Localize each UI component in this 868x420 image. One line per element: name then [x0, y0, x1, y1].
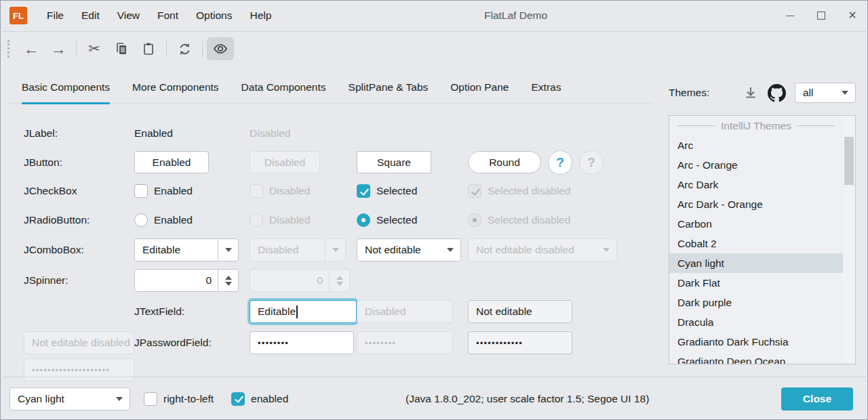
radio-checked-icon [357, 213, 370, 227]
paste-button[interactable] [135, 37, 162, 60]
right-to-left-checkbox[interactable]: right-to-left [144, 392, 214, 406]
tab-more-components[interactable]: More Components [132, 81, 219, 104]
row-label-jcombobox: JComboBox: [24, 244, 134, 256]
jbutton-enabled[interactable]: Enabled [134, 151, 209, 173]
passwordfield-enabled[interactable]: •••••••• [250, 331, 354, 354]
theme-item-gradianto-dark-fuchsia[interactable]: Gradianto Dark Fuchsia [669, 332, 843, 352]
theme-item-cobalt-2[interactable]: Cobalt 2 [669, 234, 843, 253]
themes-group-header: IntelliJ Themes [669, 116, 843, 135]
spinner-down-icon [336, 282, 343, 286]
back-button[interactable]: ← [18, 37, 45, 60]
forward-button[interactable]: → [45, 37, 72, 60]
java-runtime-info: (Java 1.8.0_202; user scale factor 1.5; … [406, 393, 649, 405]
maximize-icon [817, 12, 825, 20]
cut-icon: ✂ [88, 41, 100, 57]
show-hidden-toggle-button[interactable] [207, 37, 234, 60]
theme-item-carbon[interactable]: Carbon [669, 214, 843, 234]
menu-options[interactable]: Options [187, 6, 241, 25]
menu-font[interactable]: Font [149, 6, 187, 25]
enabled-checkbox[interactable]: enabled [231, 392, 288, 406]
radio-disabled: Disabled [250, 213, 357, 227]
chevron-down-icon [225, 248, 232, 252]
chevron-down-icon [332, 248, 339, 252]
radio-checked-icon [468, 213, 481, 227]
menu-help[interactable]: Help [241, 6, 280, 25]
forward-icon: → [51, 41, 66, 57]
themes-scrollbar-thumb[interactable] [844, 137, 854, 185]
menu-file[interactable]: File [38, 6, 73, 25]
theme-item-dark-flat[interactable]: Dark Flat [669, 273, 843, 293]
passwordfield-not-editable[interactable]: •••••••••••• [468, 331, 572, 354]
textfield-editable[interactable]: Editable [250, 300, 357, 323]
row-label-jbutton: JButton: [24, 156, 134, 169]
checkbox-icon [134, 184, 148, 198]
theme-item-arc-orange[interactable]: Arc - Orange [669, 155, 843, 175]
checkbox-checked-icon [231, 392, 245, 406]
textfield-not-editable[interactable]: Not editable [468, 300, 572, 323]
main-content: Basic Components More Components Data Co… [0, 65, 868, 377]
help-button[interactable]: ? [548, 150, 572, 175]
refresh-button[interactable] [171, 37, 198, 60]
download-icon [743, 85, 758, 100]
maximize-button[interactable] [806, 0, 837, 31]
themes-scrollbar-track[interactable] [843, 116, 855, 364]
combo-arrow-button[interactable] [218, 239, 238, 261]
spinner-down-icon [225, 282, 232, 286]
tab-splitpane-tabs[interactable]: SplitPane & Tabs [349, 81, 429, 104]
combobox-not-editable[interactable]: Not editable [357, 238, 461, 261]
theme-item-dracula[interactable]: Dracula [669, 312, 843, 332]
checkbox-disabled: Disabled [250, 184, 357, 198]
paste-icon [142, 42, 155, 56]
jbutton-disabled: Disabled [250, 151, 320, 173]
close-app-button[interactable]: Close [781, 387, 853, 411]
spinner-buttons[interactable] [218, 270, 238, 291]
back-icon: ← [24, 41, 39, 57]
help-button-disabled: ? [579, 150, 604, 175]
checkbox-checked-icon [357, 184, 370, 198]
spinner[interactable]: 0 [134, 269, 239, 292]
radio-icon [250, 213, 263, 227]
window-title: FlatLaf Demo [484, 9, 547, 22]
cut-button[interactable]: ✂ [81, 37, 108, 60]
toolbar-drag-handle[interactable] [7, 40, 9, 58]
themes-label: Themes: [669, 87, 709, 99]
basic-components-grid: JLabel: Enabled Disabled JButton: Enable… [24, 119, 617, 381]
minimize-button[interactable] [774, 0, 806, 31]
checkbox-enabled[interactable]: Enabled [134, 184, 250, 198]
tab-option-pane[interactable]: Option Pane [450, 81, 509, 104]
row-label-jtextfield: JTextField: [134, 306, 250, 318]
tabstrip: Basic Components More Components Data Co… [9, 81, 652, 104]
text-caret [296, 306, 298, 318]
menubar: File Edit View Font Options Help [38, 6, 280, 25]
tab-data-components[interactable]: Data Components [241, 81, 326, 104]
theme-item-arc-dark-orange[interactable]: Arc Dark - Orange [669, 194, 843, 214]
menu-view[interactable]: View [108, 6, 149, 25]
close-button[interactable]: ✕ [837, 0, 868, 31]
theme-item-arc[interactable]: Arc [669, 135, 843, 155]
theme-item-cyan-light[interactable]: Cyan light [669, 253, 843, 273]
checkbox-selected[interactable]: Selected [357, 184, 468, 198]
github-link-button[interactable] [766, 83, 787, 103]
download-theme-button[interactable] [741, 83, 761, 103]
theme-item-gradianto-deep-ocean[interactable]: Gradianto Deep Ocean [669, 352, 843, 364]
tab-extras[interactable]: Extras [532, 81, 561, 104]
jbutton-round[interactable]: Round [468, 151, 541, 173]
toolbar: ← → ✂ [0, 33, 868, 65]
look-and-feel-combobox[interactable]: Cyan light [9, 387, 130, 411]
menu-edit[interactable]: Edit [73, 6, 108, 25]
radio-selected[interactable]: Selected [357, 213, 468, 227]
eye-icon [213, 41, 228, 56]
copy-button[interactable] [108, 37, 135, 60]
row-label-jradiobutton: JRadioButton: [24, 214, 134, 226]
radio-enabled[interactable]: Enabled [134, 213, 250, 227]
jbutton-square[interactable]: Square [357, 151, 431, 173]
theme-item-arc-dark[interactable]: Arc Dark [669, 175, 843, 194]
tab-basic-components[interactable]: Basic Components [22, 81, 110, 104]
close-icon: ✕ [848, 10, 856, 21]
minimize-icon [786, 16, 794, 16]
theme-filter-combobox[interactable]: all [795, 83, 856, 103]
jlabel-disabled: Disabled [250, 127, 357, 140]
theme-item-dark-purple[interactable]: Dark purple [669, 293, 843, 312]
combobox-editable[interactable]: Editable [134, 238, 239, 261]
checkbox-selected-disabled: Selected disabled [468, 184, 617, 198]
